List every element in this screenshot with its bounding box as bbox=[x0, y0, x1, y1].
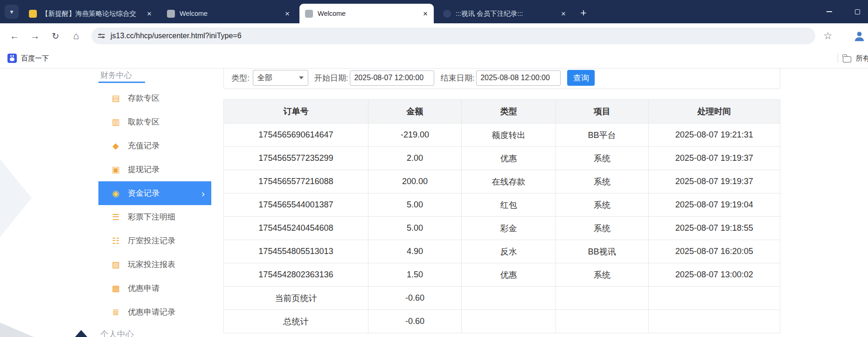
cell-order-no: 总统计 bbox=[224, 309, 368, 333]
withdraw-icon: ▥ bbox=[111, 117, 121, 127]
records-table: 订单号 金额 类型 项目 处理时间 1754565690614647 bbox=[223, 99, 780, 333]
tab-close-icon[interactable] bbox=[283, 9, 292, 18]
sidebar-item[interactable]: ≣ 优惠申请记录 bbox=[98, 300, 211, 324]
site-tab-icon bbox=[443, 10, 451, 18]
tab-close-icon[interactable] bbox=[421, 9, 430, 18]
tab-close-icon[interactable] bbox=[145, 9, 154, 18]
withdrawal-record-icon: ▣ bbox=[111, 165, 121, 175]
folder-icon bbox=[843, 56, 851, 62]
sidebar-item[interactable]: ▥ 取款专区 bbox=[98, 110, 211, 134]
cell-order-no: 1754545240454608 bbox=[224, 216, 368, 240]
cell-project bbox=[556, 286, 649, 309]
reload-button[interactable] bbox=[47, 27, 64, 45]
window-controls bbox=[819, 0, 868, 23]
cell-type: 额度转出 bbox=[462, 123, 556, 146]
maximize-button[interactable] bbox=[847, 0, 868, 23]
sidebar-item[interactable]: ☷ 厅室投注记录 bbox=[98, 229, 211, 253]
sidebar-item[interactable]: ◆ 充值记录 bbox=[98, 134, 211, 158]
cell-time bbox=[649, 309, 780, 333]
query-button[interactable]: 查询 bbox=[567, 70, 595, 86]
forward-button[interactable] bbox=[26, 27, 44, 45]
cell-project: 系统 bbox=[556, 146, 649, 170]
sidebar-item[interactable]: ▣ 提现记录 bbox=[98, 158, 211, 181]
filter-bar: 类型: 全部 开始日期: 结束日期: 查询 bbox=[223, 69, 780, 89]
header-cell: 类型 bbox=[462, 100, 556, 123]
sidebar-item[interactable]: ◉ 资金记录 bbox=[98, 181, 211, 205]
bookmark-item-baidu[interactable]: 百度一下 bbox=[7, 54, 49, 63]
cell-project: BB视讯 bbox=[556, 240, 649, 263]
cell-amount: 1.50 bbox=[368, 263, 462, 286]
globe-tab-icon bbox=[167, 10, 175, 18]
cell-project: 系统 bbox=[556, 193, 649, 216]
cell-amount: -0.60 bbox=[368, 309, 462, 333]
all-bookmarks-button[interactable]: 所有书签 bbox=[838, 48, 868, 68]
browser-tab[interactable]: :::视讯 会员下注纪录::: bbox=[437, 4, 572, 23]
profile-button[interactable] bbox=[853, 29, 866, 42]
cell-amount: -219.00 bbox=[368, 123, 462, 146]
tab-title: Welcome bbox=[180, 10, 283, 17]
cell-time: 2025-08-07 13:00:02 bbox=[649, 263, 780, 286]
sidebar-item-label: 优惠申请记录 bbox=[128, 307, 175, 317]
sidebar-item-label: 资金记录 bbox=[128, 188, 160, 199]
sidebar-item-label: 提现记录 bbox=[128, 164, 160, 175]
end-date-input[interactable] bbox=[476, 70, 561, 86]
sidebar-item[interactable]: ☰ 彩票下注明细 bbox=[98, 205, 211, 229]
cell-project: 系统 bbox=[556, 263, 649, 286]
sidebar-item[interactable]: ▩ 优惠申请 bbox=[98, 276, 211, 300]
cell-type: 在线存款 bbox=[462, 170, 556, 193]
cell-order-no: 1754565690614647 bbox=[224, 123, 368, 146]
sidebar-item-label: 取款专区 bbox=[128, 117, 160, 127]
recharge-record-icon: ◆ bbox=[111, 141, 121, 151]
cell-type: 优惠 bbox=[462, 146, 556, 170]
deposit-icon: ▤ bbox=[111, 93, 121, 103]
browser-titlebar: 【新提醒】海燕策略论坛综合交 Welcome Welcome bbox=[0, 0, 868, 23]
sidebar-item-label: 优惠申请 bbox=[128, 283, 160, 294]
back-button[interactable] bbox=[6, 27, 23, 45]
type-select[interactable]: 全部 bbox=[253, 70, 308, 86]
sidebar-section-header[interactable]: 财务中心 bbox=[98, 69, 211, 81]
table-row: 1754554805513013 4.90 反水 BB视讯 2025-08-07… bbox=[224, 240, 780, 263]
header-cell: 订单号 bbox=[224, 100, 368, 123]
table-row: 1754565577216088 200.00 在线存款 系统 2025-08-… bbox=[224, 170, 780, 193]
tab-search-button[interactable] bbox=[5, 5, 19, 19]
site-info-icon[interactable] bbox=[98, 32, 105, 40]
browser-tab[interactable]: Welcome bbox=[161, 4, 296, 23]
cell-amount: 5.00 bbox=[368, 216, 462, 240]
home-button[interactable] bbox=[67, 27, 85, 45]
new-tab-button[interactable] bbox=[576, 6, 590, 20]
sidebar-footer-header[interactable]: 个人中心 bbox=[98, 329, 211, 337]
sidebar-item[interactable]: ▧ 玩家投注报表 bbox=[98, 253, 211, 276]
sidebar-item-label: 彩票下注明细 bbox=[128, 212, 175, 222]
sidebar-item-label: 充值记录 bbox=[128, 140, 160, 151]
minimize-button[interactable] bbox=[819, 0, 840, 23]
bookmarks-bar: 百度一下 所有书签 bbox=[0, 48, 868, 69]
browser-tab[interactable]: 【新提醒】海燕策略论坛综合交 bbox=[23, 4, 158, 23]
cell-type: 红包 bbox=[462, 193, 556, 216]
end-date-label: 结束日期: bbox=[440, 73, 474, 83]
tab-strip: 【新提醒】海燕策略论坛综合交 Welcome Welcome bbox=[23, 0, 572, 23]
cell-project: BB平台 bbox=[556, 123, 649, 146]
header-cell: 项目 bbox=[556, 100, 649, 123]
table-row: 1754545240454608 5.00 彩金 系统 2025-08-07 1… bbox=[224, 216, 780, 240]
minimize-icon bbox=[826, 11, 832, 12]
cell-order-no: 1754554805513013 bbox=[224, 240, 368, 263]
cell-order-no: 1754542802363136 bbox=[224, 263, 368, 286]
browser-tab[interactable]: Welcome bbox=[299, 4, 434, 23]
cell-amount: 200.00 bbox=[368, 170, 462, 193]
cell-amount: 4.90 bbox=[368, 240, 462, 263]
address-bar[interactable]: js13.cc/hhcp/usercenter.html?iniType=6 bbox=[91, 28, 815, 44]
bookmark-star-button[interactable] bbox=[821, 29, 835, 43]
chevron-down-icon bbox=[299, 76, 304, 79]
start-date-input[interactable] bbox=[350, 70, 434, 86]
promo-apply-icon: ▩ bbox=[111, 283, 121, 294]
table-row: 1754565690614647 -219.00 额度转出 BB平台 2025-… bbox=[224, 123, 780, 146]
cell-type bbox=[462, 309, 556, 333]
sidebar-item[interactable]: ▤ 存款专区 bbox=[98, 86, 211, 110]
decorative-triangle bbox=[65, 330, 97, 337]
tab-close-icon[interactable] bbox=[559, 9, 568, 18]
cell-amount: -0.60 bbox=[368, 286, 462, 309]
tab-title: 【新提醒】海燕策略论坛综合交 bbox=[42, 9, 145, 18]
cell-type bbox=[462, 286, 556, 309]
sidebar-section: 财务中心 bbox=[98, 69, 211, 86]
hall-bet-icon: ☷ bbox=[111, 236, 121, 246]
